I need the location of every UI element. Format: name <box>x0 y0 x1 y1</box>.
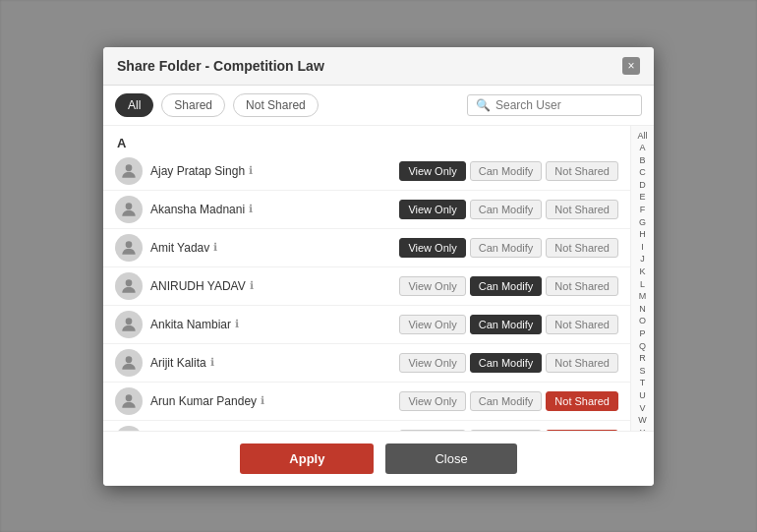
info-icon[interactable]: ℹ <box>210 356 214 369</box>
permissions-group: View OnlyCan ModifyNot Shared <box>399 430 618 431</box>
can-modify-button[interactable]: Can Modify <box>470 200 543 219</box>
search-box: 🔍 <box>467 94 642 116</box>
alpha-letter[interactable]: Q <box>639 340 646 353</box>
alpha-letter[interactable]: K <box>639 266 645 278</box>
view-only-button[interactable]: View Only <box>399 353 465 373</box>
close-footer-button[interactable]: Close <box>385 443 516 474</box>
can-modify-button[interactable]: Can Modify <box>470 238 543 258</box>
user-avatar <box>115 234 143 262</box>
user-avatar <box>115 272 143 300</box>
alpha-letter[interactable]: W <box>638 414 647 427</box>
alpha-letter[interactable]: I <box>641 241 644 254</box>
user-row: Ajay Pratap SinghℹView OnlyCan ModifyNot… <box>103 152 630 191</box>
alpha-letter[interactable]: C <box>639 166 646 179</box>
alpha-letter[interactable]: P <box>639 327 645 340</box>
alpha-letter[interactable]: All <box>637 130 647 143</box>
view-only-button[interactable]: View Only <box>399 391 465 411</box>
alpha-letter[interactable]: T <box>640 377 646 389</box>
view-only-button[interactable]: View Only <box>399 430 465 431</box>
permissions-group: View OnlyCan ModifyNot Shared <box>399 353 618 373</box>
alpha-letter[interactable]: J <box>640 253 645 266</box>
user-avatar <box>115 349 143 377</box>
alpha-letter[interactable]: D <box>639 179 646 192</box>
can-modify-button[interactable]: Can Modify <box>470 430 543 431</box>
view-only-button[interactable]: View Only <box>399 238 465 258</box>
alpha-letter[interactable]: M <box>639 290 647 303</box>
user-avatar <box>115 157 143 185</box>
user-list: A Ajay Pratap SinghℹView OnlyCan ModifyN… <box>103 126 630 431</box>
can-modify-button[interactable]: Can Modify <box>470 353 543 373</box>
tab-not-shared[interactable]: Not Shared <box>233 93 319 117</box>
alpha-letter[interactable]: O <box>639 315 646 327</box>
info-icon[interactable]: ℹ <box>249 203 253 215</box>
can-modify-button[interactable]: Can Modify <box>470 391 543 411</box>
svg-point-2 <box>126 241 133 248</box>
user-name: Amit Yadavℹ <box>150 241 391 255</box>
info-icon[interactable]: ℹ <box>250 279 254 292</box>
apply-button[interactable]: Apply <box>240 443 374 474</box>
can-modify-button[interactable]: Can Modify <box>470 315 543 334</box>
modal-close-button[interactable]: × <box>622 57 640 75</box>
not-shared-button[interactable]: Not Shared <box>546 315 618 334</box>
can-modify-button[interactable]: Can Modify <box>470 276 543 296</box>
svg-point-1 <box>126 203 133 209</box>
not-shared-button[interactable]: Not Shared <box>546 353 618 373</box>
permissions-group: View OnlyCan ModifyNot Shared <box>399 391 618 411</box>
alphabet-index: AllABCDEFGHIJKLMNOPQRSTUVWXYZ <box>630 126 654 431</box>
alpha-letter[interactable]: G <box>639 216 646 229</box>
user-row: Arun Kumar PandeyℹView OnlyCan ModifyNot… <box>103 383 630 421</box>
info-icon[interactable]: ℹ <box>213 241 217 254</box>
svg-point-3 <box>126 279 133 286</box>
not-shared-button[interactable]: Not Shared <box>546 200 618 219</box>
search-input[interactable] <box>495 98 633 112</box>
alpha-letter[interactable]: B <box>639 154 645 167</box>
user-row: Akansha MadnaniℹView OnlyCan ModifyNot S… <box>103 191 630 229</box>
share-folder-modal: Share Folder - Competition Law × All Sha… <box>103 47 654 486</box>
tab-all[interactable]: All <box>115 93 153 117</box>
not-shared-button[interactable]: Not Shared <box>546 391 618 411</box>
permissions-group: View OnlyCan ModifyNot Shared <box>399 238 618 258</box>
info-icon[interactable]: ℹ <box>249 164 253 177</box>
svg-point-0 <box>126 164 133 171</box>
alpha-letter[interactable]: V <box>639 402 645 415</box>
permissions-group: View OnlyCan ModifyNot Shared <box>399 200 618 219</box>
info-icon[interactable]: ℹ <box>235 318 239 330</box>
section-header-a: A <box>103 130 630 152</box>
view-only-button[interactable]: View Only <box>399 315 465 334</box>
user-name: Ankita Nambiarℹ <box>150 318 391 331</box>
alpha-letter[interactable]: S <box>639 365 645 378</box>
alpha-letter[interactable]: A <box>639 142 645 154</box>
can-modify-button[interactable]: Can Modify <box>470 161 543 181</box>
modal-title: Share Folder - Competition Law <box>117 58 324 74</box>
alpha-letter[interactable]: E <box>639 191 645 204</box>
not-shared-button[interactable]: Not Shared <box>546 276 618 296</box>
alpha-letter[interactable]: R <box>639 352 646 365</box>
user-row: Ankita NambiarℹView OnlyCan ModifyNot Sh… <box>103 306 630 344</box>
view-only-button[interactable]: View Only <box>399 200 465 219</box>
info-icon[interactable]: ℹ <box>261 394 264 407</box>
user-row: Arvind Kumar GasigantiℹView OnlyCan Modi… <box>103 421 630 431</box>
alpha-letter[interactable]: F <box>640 204 646 216</box>
modal-header: Share Folder - Competition Law × <box>103 47 654 86</box>
not-shared-button[interactable]: Not Shared <box>546 161 618 181</box>
user-name: Arijit Kalitaℹ <box>150 356 391 370</box>
user-name: Arun Kumar Pandeyℹ <box>150 394 391 408</box>
alpha-letter[interactable]: L <box>640 278 645 291</box>
filter-bar: All Shared Not Shared 🔍 <box>103 86 654 126</box>
user-name: Ajay Pratap Singhℹ <box>150 164 391 178</box>
not-shared-button[interactable]: Not Shared <box>546 430 618 431</box>
user-avatar <box>115 196 143 223</box>
permissions-group: View OnlyCan ModifyNot Shared <box>399 276 618 296</box>
alpha-letter[interactable]: N <box>639 303 646 316</box>
alpha-letter[interactable]: U <box>639 389 646 402</box>
alpha-letter[interactable]: X <box>639 427 645 431</box>
alpha-letter[interactable]: H <box>639 228 646 241</box>
user-avatar <box>115 311 143 338</box>
view-only-button[interactable]: View Only <box>399 161 465 181</box>
svg-point-6 <box>126 394 133 401</box>
not-shared-button[interactable]: Not Shared <box>546 238 618 258</box>
tab-shared[interactable]: Shared <box>161 93 225 117</box>
user-name: ANIRUDH YADAVℹ <box>150 279 391 293</box>
modal-footer: Apply Close <box>103 431 654 486</box>
view-only-button[interactable]: View Only <box>399 276 465 296</box>
